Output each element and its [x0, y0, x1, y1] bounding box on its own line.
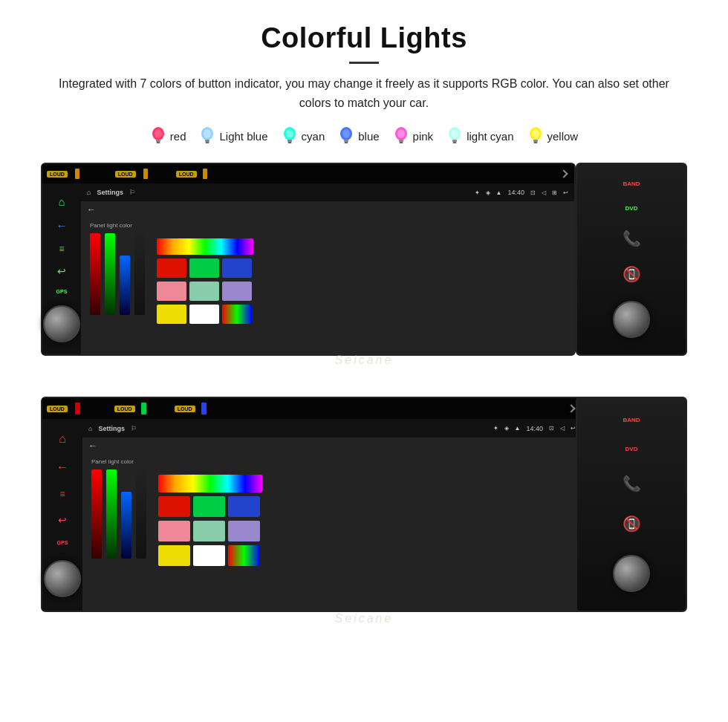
svg-point-5 — [204, 129, 211, 138]
loud-badge-fb1: LOUD — [47, 406, 68, 412]
screen-body-b: Panel light color — [82, 454, 582, 570]
volume-icon-b: ◁ — [560, 425, 565, 432]
back-screen-icon[interactable]: ↩ — [563, 189, 568, 196]
radio-unit-front-b: LOUD LOUD LOUD ⌂ ← ≡ ↩ GPS — [41, 397, 583, 612]
top-bar-front: LOUD LOUD LOUD — [42, 164, 574, 183]
back-screen-icon-b[interactable]: ↩ — [571, 425, 576, 432]
home-icon-front-b[interactable]: ⌂ — [59, 432, 66, 446]
home-icon-front[interactable]: ⌂ — [58, 195, 65, 208]
screen-header-bar: ⌂ Settings ⚐ ✦ ◈ ▲ 14:40 ⊡ ◁ ⊞ ↩ — [81, 183, 574, 201]
bulb-icon-lightcyan — [446, 126, 463, 146]
camera-icon: ⊡ — [530, 189, 536, 196]
knob-left-front[interactable] — [43, 305, 80, 342]
phone-icon-red-b[interactable]: 📞 — [623, 475, 641, 492]
color-label-cyan: cyan — [302, 130, 325, 143]
swatch-blue-b[interactable] — [228, 496, 260, 517]
bar-green — [105, 233, 115, 315]
wifi-icon: ◈ — [486, 189, 490, 196]
red-indicator — [75, 403, 80, 414]
rainbow-swatch — [157, 238, 253, 255]
phone-icon-red[interactable]: 📵 — [623, 265, 641, 283]
color-label-red: red — [170, 130, 186, 143]
swatch-light-purple[interactable] — [222, 282, 252, 301]
band-label[interactable]: BAND — [623, 180, 640, 187]
signal-icon: ▲ — [496, 189, 502, 196]
home-screen-icon[interactable]: ⌂ — [87, 189, 91, 196]
svg-rect-15 — [345, 142, 348, 143]
time-display: 14:40 — [507, 189, 524, 196]
expand-icon-b — [567, 405, 575, 413]
description-text: Integrated with 7 colors of button indic… — [45, 74, 683, 112]
camera-icon-b: ⊡ — [549, 425, 554, 432]
nav-icon-b: ⚐ — [131, 425, 137, 432]
loud-badge-fb2: LOUD — [114, 406, 135, 412]
swatch-red[interactable] — [157, 258, 186, 278]
swatch-row-3-b — [158, 521, 262, 542]
swatch-light-red-b[interactable] — [158, 521, 190, 542]
loud-badge-fb3: LOUD — [175, 406, 195, 412]
arrow-left-front[interactable]: ← — [56, 219, 68, 232]
svg-point-17 — [397, 129, 405, 138]
swatch-light-green-b[interactable] — [193, 521, 225, 542]
watermark-bottom: Seicane — [335, 612, 394, 625]
swatch-yellow[interactable] — [157, 305, 186, 324]
bar-green-b — [106, 469, 117, 559]
color-bars-b — [91, 469, 146, 559]
color-bars-section: Panel light color — [90, 222, 145, 315]
knob-right-b[interactable] — [613, 555, 650, 592]
bar-blue-b — [121, 492, 131, 559]
swatches-grid — [157, 238, 253, 324]
swatch-row-2 — [157, 258, 253, 278]
screen-front-b: ⌂ Settings ⚐ ✦ ◈ ▲ 14:40 ⊡ ◁ ↩ ← — [82, 419, 582, 611]
page-title: Colorful Lights — [30, 22, 698, 54]
knob-left-front-b[interactable] — [44, 560, 81, 597]
color-label-blue: blue — [358, 130, 379, 143]
bar-red — [90, 233, 100, 315]
menu-icon-front[interactable]: ≡ — [59, 244, 64, 254]
menu-icon-front-b[interactable]: ≡ — [59, 489, 65, 499]
screen-icon: ⊞ — [552, 189, 557, 196]
swatch-row-rainbow — [157, 238, 253, 255]
swatch-white[interactable] — [189, 305, 219, 324]
expand-icon — [559, 170, 568, 178]
loud-badge-f3: LOUD — [176, 171, 197, 178]
swatch-blue[interactable] — [222, 258, 252, 278]
color-label-lightcyan: light cyan — [467, 130, 513, 143]
screen-header-bar-b: ⌂ Settings ⚐ ✦ ◈ ▲ 14:40 ⊡ ◁ ↩ — [82, 419, 582, 438]
dvd-label[interactable]: DVD — [625, 205, 638, 212]
swatch-multi-b[interactable] — [228, 545, 260, 566]
band-label-b[interactable]: BAND — [623, 417, 640, 423]
knob-right[interactable] — [613, 301, 650, 338]
right-controls-panel: BAND DVD 📞 📵 — [576, 163, 687, 356]
bluetooth-icon-b: ✦ — [493, 425, 498, 432]
screen-body: Panel light color — [81, 218, 574, 328]
swatch-white-b[interactable] — [193, 545, 225, 566]
phone-icon-green[interactable]: 📞 — [623, 230, 641, 247]
svg-rect-11 — [287, 142, 291, 143]
swatch-yellow-b[interactable] — [158, 545, 190, 566]
swatch-green[interactable] — [189, 258, 219, 278]
swatch-light-purple-b[interactable] — [228, 521, 260, 542]
back-arrow[interactable]: ← — [81, 201, 574, 218]
back-icon-front-b[interactable]: ↩ — [58, 514, 67, 526]
swatch-light-red[interactable] — [157, 282, 186, 301]
arrow-left-front-b[interactable]: ← — [56, 461, 68, 474]
swatch-red-b[interactable] — [158, 496, 190, 517]
back-arrow-b[interactable]: ← — [82, 438, 582, 454]
back-icon-front[interactable]: ↩ — [57, 265, 66, 277]
swatch-light-green[interactable] — [189, 282, 219, 301]
bar-blue — [120, 256, 130, 315]
svg-rect-23 — [453, 142, 457, 143]
bottom-device-section: LOUD LOUD LOUD ⌂ ← ≡ ↩ GPS — [30, 397, 698, 634]
phone-end-icon-b[interactable]: 📵 — [623, 515, 641, 533]
home-screen-icon-b[interactable]: ⌂ — [88, 425, 92, 432]
panel-color-label-b: Panel light color — [91, 458, 146, 465]
time-display-b: 14:40 — [526, 425, 543, 432]
color-item-yellow: yellow — [527, 126, 579, 146]
swatch-multi[interactable] — [222, 305, 252, 324]
svg-rect-19 — [399, 142, 403, 143]
dvd-label-b[interactable]: DVD — [625, 446, 638, 452]
color-bars — [90, 233, 145, 315]
swatch-green-b[interactable] — [193, 496, 225, 517]
bottom-devices-wrapper: LOUD LOUD LOUD ⌂ ← ≡ ↩ GPS — [41, 397, 687, 634]
